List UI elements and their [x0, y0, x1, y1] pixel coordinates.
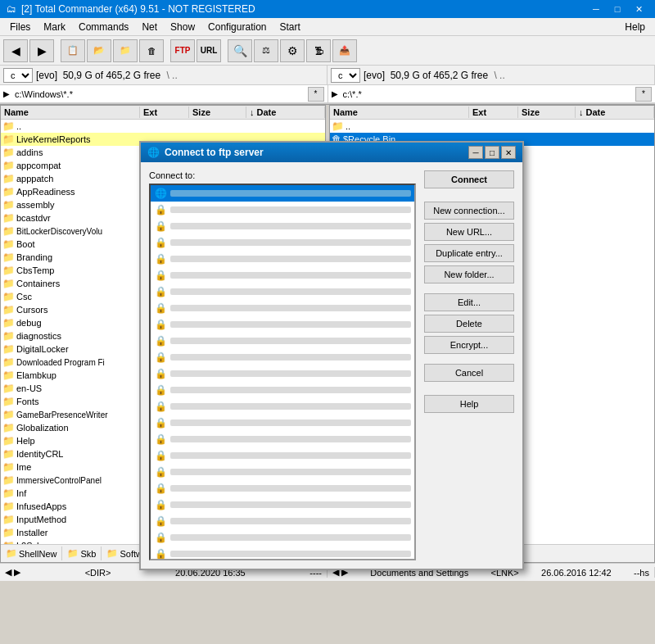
help-button[interactable]: Help [424, 395, 514, 413]
ftp-list-item[interactable]: 🔒 [151, 333, 414, 349]
ftp-list-item[interactable]: 🔒 [151, 513, 414, 529]
ftp-item-label [170, 206, 411, 213]
ftp-server-icon: 🔒 [154, 252, 167, 265]
ftp-item-label [170, 190, 411, 197]
ftp-list-item[interactable]: 🔒 [151, 283, 414, 300]
ftp-server-icon: 🔒 [154, 302, 167, 315]
ftp-server-icon: 🌐 [154, 187, 167, 200]
ftp-server-icon: 🔒 [154, 367, 167, 380]
dialog-right-buttons: Connect New connection... New URL... Dup… [424, 170, 514, 560]
ftp-server-icon: 🔒 [154, 351, 167, 364]
ftp-list-item[interactable]: 🔒 [151, 464, 414, 480]
ftp-list-item[interactable]: 🔒 [151, 300, 414, 316]
new-connection-button[interactable]: New connection... [424, 202, 514, 220]
dialog-title: Connect to ftp server [165, 147, 264, 158]
ftp-item-label [170, 338, 411, 344]
ftp-server-list[interactable]: 🌐 🔒 🔒 🔒 [149, 184, 416, 560]
ftp-item-label [170, 223, 411, 229]
ftp-item-label [170, 518, 411, 524]
ftp-item-label [170, 288, 411, 295]
ftp-server-icon: 🔒 [154, 547, 167, 560]
encrypt-button[interactable]: Encrypt... [424, 336, 514, 354]
edit-button[interactable]: Edit... [424, 293, 514, 311]
ftp-server-icon: 🔒 [154, 334, 167, 347]
ftp-list-item[interactable]: 🔒 [151, 251, 414, 267]
ftp-list-item[interactable]: 🔒 [151, 234, 414, 251]
ftp-server-icon: 🔒 [154, 433, 167, 446]
ftp-item-label [170, 534, 411, 541]
connect-button[interactable]: Connect [424, 170, 514, 188]
ftp-item-label [170, 501, 411, 508]
ftp-item-label [170, 436, 411, 442]
ftp-server-icon: 🔒 [154, 203, 167, 216]
ftp-server-icon: 🔒 [154, 400, 167, 413]
ftp-server-icon: 🔒 [154, 482, 167, 495]
dialog-overlay: 🌐 Connect to ftp server ─ □ ✕ Connect to… [0, 0, 655, 644]
dialog-maximize[interactable]: □ [485, 146, 499, 159]
dialog-icon: 🌐 [147, 147, 160, 158]
duplicate-entry-button[interactable]: Duplicate entry... [424, 244, 514, 262]
ftp-list-item[interactable]: 🔒 [151, 431, 414, 447]
ftp-list-item[interactable]: 🔒 [151, 316, 414, 333]
ftp-list-item[interactable]: 🔒 [151, 349, 414, 365]
ftp-server-icon: 🔒 [154, 515, 167, 528]
ftp-server-icon: 🔒 [154, 318, 167, 331]
ftp-server-icon: 🔒 [154, 383, 167, 397]
ftp-server-icon: 🔒 [154, 531, 167, 544]
ftp-list-item[interactable]: 🔒 [151, 546, 414, 560]
ftp-server-icon: 🔒 [154, 285, 167, 298]
ftp-item-label [170, 239, 411, 246]
ftp-server-icon: 🔒 [154, 269, 167, 282]
dialog-titlebar: 🌐 Connect to ftp server ─ □ ✕ [141, 143, 522, 162]
ftp-list-item[interactable]: 🔒 [151, 447, 414, 464]
ftp-item-label [170, 305, 411, 311]
ftp-item-label [170, 420, 411, 426]
ftp-item-label [170, 354, 411, 361]
ftp-server-icon: 🔒 [154, 498, 167, 511]
ftp-list-item[interactable]: 🔒 [151, 267, 414, 283]
ftp-list-item[interactable]: 🔒 [151, 415, 414, 431]
dialog-body: Connect to: 🌐 🔒 🔒 [141, 162, 522, 569]
ftp-item-label [170, 370, 411, 377]
ftp-item-label [170, 321, 411, 328]
ftp-item-label [170, 469, 411, 475]
ftp-list-item[interactable]: 🔒 [151, 218, 414, 234]
ftp-server-icon: 🔒 [154, 416, 167, 429]
cancel-button[interactable]: Cancel [424, 364, 514, 382]
new-url-button[interactable]: New URL... [424, 223, 514, 241]
ftp-item-label [170, 452, 411, 459]
ftp-list-item[interactable]: 🔒 [151, 529, 414, 546]
ftp-list-item[interactable]: 🔒 [151, 365, 414, 382]
new-folder-button[interactable]: New folder... [424, 265, 514, 283]
ftp-item-label [170, 387, 411, 393]
connect-to-label: Connect to: [149, 170, 416, 180]
ftp-item-label [170, 485, 411, 492]
ftp-server-icon: 🔒 [154, 449, 167, 462]
ftp-item-label [170, 403, 411, 410]
ftp-list-item[interactable]: 🔒 [151, 480, 414, 497]
ftp-list-item[interactable]: 🔒 [151, 398, 414, 415]
ftp-server-icon: 🔒 [154, 236, 167, 249]
dialog-left-section: Connect to: 🌐 🔒 🔒 [149, 170, 416, 560]
ftp-list-item[interactable]: 🔒 [151, 202, 414, 218]
ftp-server-icon: 🔒 [154, 465, 167, 478]
dialog-minimize[interactable]: ─ [468, 146, 483, 159]
ftp-server-icon: 🔒 [154, 220, 167, 233]
ftp-item-label [170, 551, 411, 557]
ftp-item-label [170, 256, 411, 262]
ftp-list-item[interactable]: 🌐 [151, 185, 414, 202]
ftp-list-item[interactable]: 🔒 [151, 382, 414, 398]
delete-button[interactable]: Delete [424, 315, 514, 333]
dialog-close[interactable]: ✕ [501, 146, 516, 159]
ftp-item-label [170, 272, 411, 279]
ftp-dialog: 🌐 Connect to ftp server ─ □ ✕ Connect to… [139, 141, 524, 570]
ftp-list-item[interactable]: 🔒 [151, 497, 414, 513]
